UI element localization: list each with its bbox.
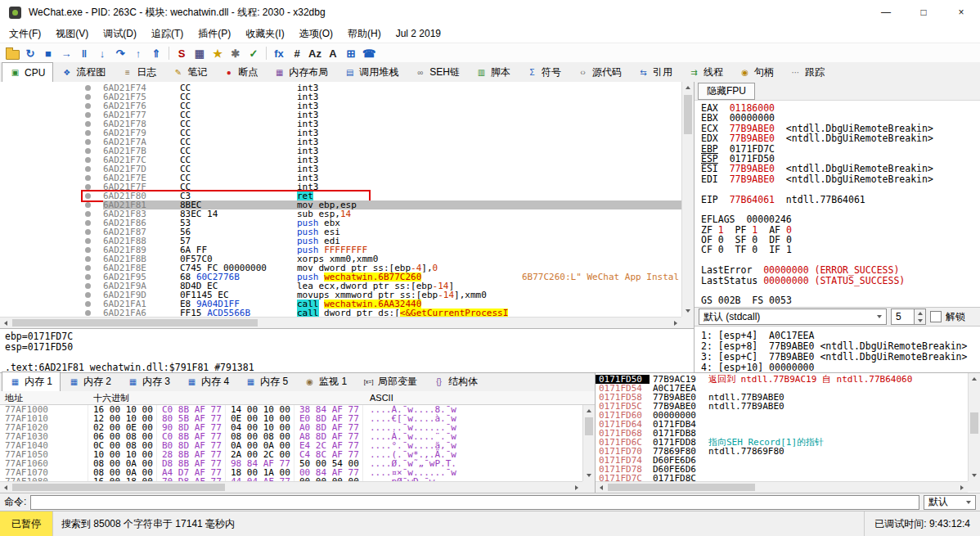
stack-row[interactable]: 0171FD680171FDB8 <box>596 429 968 438</box>
menu-item[interactable]: Jul 2 2019 <box>389 25 448 42</box>
disasm-row[interactable]: 6AD21F7CCCint3 <box>0 155 681 164</box>
disasm-row[interactable]: 6AD21F7DCCint3 <box>0 164 681 173</box>
menu-item[interactable]: 收藏夹(I) <box>238 25 291 43</box>
scrollbar-thumb[interactable] <box>12 484 225 491</box>
menu-item[interactable]: 插件(P) <box>191 25 238 43</box>
register-list[interactable]: EAX 01186000EBX 00000000ECX 77B9ABE0 <nt… <box>695 100 980 310</box>
restart-icon[interactable]: ↻ <box>21 45 39 61</box>
breakpoint-dot[interactable] <box>85 121 91 127</box>
breakpoint-dot[interactable] <box>85 211 91 217</box>
run-icon[interactable]: → <box>57 45 75 61</box>
hash-icon[interactable]: # <box>288 45 306 61</box>
stack-row[interactable]: 0171FD7077869F80ntdll.77869F80 <box>596 447 968 456</box>
tab-watch-1[interactable]: ◉监视 1 <box>296 372 355 391</box>
breakpoint-dot[interactable] <box>85 310 91 316</box>
disasm-row[interactable]: 6AD21F7ACCint3 <box>0 137 681 146</box>
stack-rows[interactable]: 0171FD5077B9AC19返回到 ntdll.77B9AC19 自 ntd… <box>596 375 968 483</box>
breakpoint-dot[interactable] <box>85 130 91 136</box>
disasm-row-highlighted[interactable]: 6AD21F80C3ret <box>0 191 681 200</box>
disasm-row[interactable]: 6AD21F7BCCint3 <box>0 146 681 155</box>
tab-symbols[interactable]: Σ符号 <box>519 63 569 82</box>
breakpoint-dot[interactable] <box>85 247 91 253</box>
memory-row[interactable]: 77AF103006 00 08 00C0 8B AF 7708 00 08 0… <box>0 432 582 441</box>
tab-dump-1[interactable]: ▦内存 1 <box>2 372 61 392</box>
breakpoint-dot[interactable] <box>85 166 91 172</box>
disasm-row[interactable]: 6AD21F8B0F57C0xorps xmm0,xmm0 <box>0 254 681 263</box>
breakpoint-dot[interactable] <box>85 283 91 289</box>
tab-references[interactable]: ⇆引用 <box>630 63 681 82</box>
minimize-button[interactable]: — <box>867 0 905 25</box>
scroll-down-icon[interactable] <box>583 470 595 481</box>
stack-vertical-scrollbar[interactable] <box>968 373 980 481</box>
menu-item[interactable]: 追踪(T) <box>144 25 191 43</box>
open-folder-icon[interactable] <box>3 45 21 61</box>
scroll-left-icon[interactable] <box>0 318 11 328</box>
menu-item[interactable]: 视图(V) <box>48 25 96 43</box>
unlock-checkbox[interactable] <box>930 311 942 322</box>
register-line[interactable]: GS 002B FS 0053 <box>701 295 980 305</box>
memory-row[interactable]: 77AF107008 00 0A 00A4 D7 AF 7718 00 1A 0… <box>0 468 582 477</box>
scrollbar-thumb[interactable] <box>684 95 692 134</box>
tab-handles[interactable]: ◉句柄 <box>731 63 782 82</box>
tab-graph[interactable]: ❖流程图 <box>53 63 114 82</box>
memory-row[interactable]: 77AF105010 00 10 0028 8B AF 772A 00 2C 0… <box>0 450 582 459</box>
breakpoint-dot[interactable] <box>85 274 91 280</box>
breakpoint-dot[interactable] <box>85 94 91 100</box>
attach-window-icon[interactable]: ⊞ <box>342 45 360 61</box>
close-button[interactable]: × <box>942 0 980 25</box>
memory-dump-rows[interactable]: 77AF100016 00 10 00C0 8B AF 7714 00 10 0… <box>0 405 582 482</box>
column-header-ascii[interactable]: ASCII <box>363 393 595 403</box>
scroll-right-icon[interactable] <box>670 318 681 328</box>
disasm-row[interactable]: 6AD21F76CCint3 <box>0 101 681 110</box>
memory-row[interactable]: 77AF100016 00 10 00C0 8B AF 7714 00 10 0… <box>0 405 582 414</box>
settings-icon[interactable]: ✱ <box>227 45 245 61</box>
breakpoint-dot[interactable] <box>85 148 91 154</box>
breakpoint-dot[interactable] <box>85 175 91 181</box>
scroll-down-icon[interactable] <box>682 305 694 317</box>
patches-icon[interactable]: ▦ <box>191 45 209 61</box>
stack-horizontal-scrollbar[interactable] <box>596 481 968 493</box>
breakpoint-dot[interactable] <box>85 184 91 190</box>
scrollbar-thumb[interactable] <box>608 484 755 491</box>
breakpoint-dot[interactable] <box>85 139 91 145</box>
appearance-check-icon[interactable]: ✓ <box>245 45 263 61</box>
register-line[interactable]: EDI 77B9ABE0 <ntdll.DbgUiRemoteBreakin> <box>701 174 980 184</box>
scroll-right-icon[interactable] <box>571 482 582 493</box>
run-to-return-icon[interactable]: ⇑ <box>147 45 165 61</box>
disasm-row[interactable]: 6AD21F8756push esi <box>0 227 681 236</box>
tab-seh[interactable]: ∞SEH链 <box>407 63 468 82</box>
breakpoint-dot[interactable] <box>85 265 91 271</box>
scrollbar-thumb[interactable] <box>970 412 978 434</box>
breakpoint-dot[interactable] <box>85 112 91 118</box>
help-phone-icon[interactable]: ☎ <box>360 45 378 61</box>
pause-icon[interactable]: ‖ <box>75 45 93 61</box>
tab-threads[interactable]: ⇉线程 <box>681 63 731 82</box>
tab-dump-3[interactable]: ▦内存 3 <box>119 372 178 391</box>
disasm-row[interactable]: 6AD21F8857push edi <box>0 236 681 245</box>
call-arguments-pane[interactable]: 1: [esp+4] A0C17EEA2: [esp+8] 77B9ABE0 <… <box>695 327 980 372</box>
tab-source[interactable]: ‹›源代码 <box>569 63 630 82</box>
breakpoint-dot[interactable] <box>85 238 91 244</box>
disasm-row[interactable]: 6AD21F9A8D4D EClea ecx,dword ptr ss:[ebp… <box>0 282 681 291</box>
tab-notes[interactable]: ✎笔记 <box>164 63 215 82</box>
stack-row[interactable]: 0171FD54A0C17EEA <box>596 384 968 393</box>
menu-item[interactable]: 帮助(H) <box>340 25 389 43</box>
command-script-select[interactable]: 默认 <box>924 495 976 510</box>
find-strings-icon[interactable]: A <box>324 45 342 61</box>
breakpoint-dot[interactable] <box>85 220 91 226</box>
scroll-left-icon[interactable] <box>596 482 607 493</box>
step-out-icon[interactable]: ↑ <box>129 45 147 61</box>
memory-vertical-scrollbar[interactable] <box>582 405 596 481</box>
disasm-row[interactable]: 6AD21F896A FFpush FFFFFFFF <box>0 245 681 254</box>
scroll-up-icon[interactable] <box>583 405 595 417</box>
scroll-left-icon[interactable] <box>0 482 11 493</box>
stack-row[interactable]: 0171FD5077B9AC19返回到 ntdll.77B9AC19 自 ntd… <box>596 375 968 384</box>
hide-fpu-button[interactable]: 隐藏FPU <box>698 83 755 100</box>
tab-dump-5[interactable]: ▦内存 5 <box>237 372 296 391</box>
tab-script[interactable]: ▥脚本 <box>468 63 519 82</box>
tab-call-stack[interactable]: ▤调用堆栈 <box>336 63 407 82</box>
breakpoint-dot[interactable] <box>85 85 91 91</box>
disasm-row[interactable]: 6AD21F75CCint3 <box>0 92 681 101</box>
register-line[interactable]: EIP 77B64061 ntdll.77B64061 <box>701 195 980 205</box>
stack-row[interactable]: 0171FD78D60FE6D6 <box>596 465 968 474</box>
